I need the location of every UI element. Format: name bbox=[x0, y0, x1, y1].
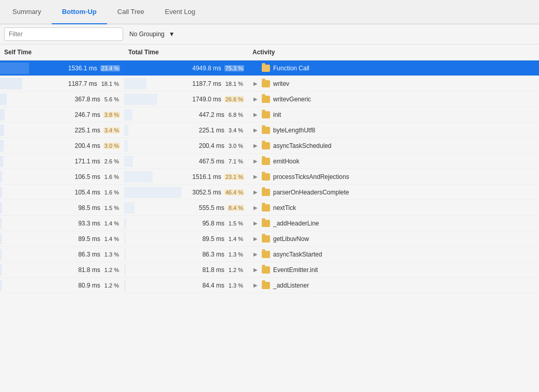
table-body: 1536.1 ms23.4 %4949.8 ms75.3 %Function C… bbox=[0, 61, 539, 392]
table-row[interactable]: 106.5 ms1.6 %1516.1 ms23.1 %▶processTick… bbox=[0, 169, 539, 185]
expand-icon[interactable]: ▶ bbox=[252, 143, 259, 148]
self-time-value: 89.5 ms bbox=[78, 235, 100, 243]
table-row[interactable]: 367.8 ms5.6 %1749.0 ms26.6 %▶writevGener… bbox=[0, 92, 539, 107]
activity-name: emitHook bbox=[273, 158, 300, 165]
table-row[interactable]: 89.5 ms1.4 %89.5 ms1.4 %▶getLibuvNow bbox=[0, 231, 539, 247]
self-time-cell: 93.3 ms1.4 % bbox=[0, 218, 124, 229]
activity-cell: ▶writev bbox=[248, 78, 539, 89]
col-header-self-time[interactable]: Self Time bbox=[0, 47, 124, 58]
expand-icon[interactable]: ▶ bbox=[252, 81, 259, 86]
table-row[interactable]: 171.1 ms2.6 %467.5 ms7.1 %▶emitHook bbox=[0, 154, 539, 169]
folder-icon bbox=[262, 173, 270, 180]
table-row[interactable]: 86.3 ms1.3 %86.3 ms1.3 %▶asyncTaskStarte… bbox=[0, 247, 539, 262]
self-time-cell: 105.4 ms1.6 % bbox=[0, 187, 124, 198]
self-time-percent: 1.6 % bbox=[103, 189, 120, 195]
total-time-cell: 1516.1 ms23.1 % bbox=[124, 171, 248, 183]
activity-cell: ▶_addHeaderLine bbox=[248, 218, 539, 229]
total-time-cell: 95.8 ms1.5 % bbox=[124, 218, 248, 229]
table-row[interactable]: 200.4 ms3.0 %200.4 ms3.0 %▶asyncTaskSche… bbox=[0, 138, 539, 154]
table-row[interactable]: 80.9 ms1.2 %84.4 ms1.3 %▶_addListener bbox=[0, 278, 539, 293]
table-row[interactable]: 93.3 ms1.4 %95.8 ms1.5 %▶_addHeaderLine bbox=[0, 216, 539, 231]
total-time-value: 467.5 ms bbox=[199, 158, 224, 165]
activity-name: byteLengthUtf8 bbox=[273, 127, 315, 134]
self-time-percent: 1.4 % bbox=[103, 220, 120, 227]
expand-icon[interactable]: ▶ bbox=[252, 112, 259, 117]
total-time-percent: 6.8 % bbox=[228, 112, 244, 118]
table-row[interactable]: 81.8 ms1.2 %81.8 ms1.2 %▶EventEmitter.in… bbox=[0, 262, 539, 278]
total-time-percent: 26.6 % bbox=[224, 96, 244, 102]
expand-icon[interactable]: ▶ bbox=[252, 251, 259, 257]
activity-cell: ▶EventEmitter.init bbox=[248, 264, 539, 276]
total-time-value: 81.8 ms bbox=[202, 266, 224, 274]
activity-cell: ▶parserOnHeadersComplete bbox=[248, 187, 539, 198]
table-row[interactable]: 98.5 ms1.5 %555.5 ms8.4 %▶nextTick bbox=[0, 200, 539, 216]
activity-name: nextTick bbox=[273, 204, 296, 212]
expand-icon[interactable]: ▶ bbox=[252, 236, 259, 242]
expand-icon[interactable]: ▶ bbox=[252, 220, 259, 226]
self-time-cell: 86.3 ms1.3 % bbox=[0, 249, 124, 260]
total-time-cell: 89.5 ms1.4 % bbox=[124, 233, 248, 245]
total-time-percent: 46.4 % bbox=[224, 189, 244, 195]
grouping-select[interactable]: No Grouping ▼ bbox=[129, 31, 175, 38]
activity-cell: ▶writevGeneric bbox=[248, 94, 539, 105]
total-time-cell: 3052.5 ms46.4 % bbox=[124, 187, 248, 198]
activity-name: getLibuvNow bbox=[273, 235, 309, 243]
expand-icon[interactable]: ▶ bbox=[252, 96, 259, 102]
total-time-value: 1749.0 ms bbox=[192, 96, 221, 103]
folder-icon bbox=[262, 204, 270, 212]
table-row[interactable]: 1536.1 ms23.4 %4949.8 ms75.3 %Function C… bbox=[0, 61, 539, 76]
table-row[interactable]: 225.1 ms3.4 %225.1 ms3.4 %▶byteLengthUtf… bbox=[0, 123, 539, 138]
self-time-cell: 1536.1 ms23.4 % bbox=[0, 63, 124, 74]
self-time-percent: 1.4 % bbox=[103, 236, 120, 242]
self-time-cell: 89.5 ms1.4 % bbox=[0, 233, 124, 245]
tab-summary[interactable]: Summary bbox=[2, 0, 52, 24]
self-time-value: 367.8 ms bbox=[75, 96, 100, 103]
folder-icon bbox=[262, 251, 270, 258]
activity-cell: ▶emitHook bbox=[248, 156, 539, 167]
tab-event-log[interactable]: Event Log bbox=[155, 0, 206, 24]
self-time-percent: 23.4 % bbox=[100, 65, 120, 71]
table-row[interactable]: 105.4 ms1.6 %3052.5 ms46.4 %▶parserOnHea… bbox=[0, 185, 539, 200]
expand-icon[interactable]: ▶ bbox=[252, 174, 259, 179]
filter-input[interactable] bbox=[4, 27, 123, 41]
self-time-percent: 18.1 % bbox=[100, 81, 120, 87]
activity-name: _addHeaderLine bbox=[273, 220, 319, 227]
total-time-cell: 555.5 ms8.4 % bbox=[124, 202, 248, 214]
self-time-cell: 1187.7 ms18.1 % bbox=[0, 78, 124, 89]
col-header-total-time[interactable]: Total Time bbox=[124, 47, 248, 58]
activity-name: _addListener bbox=[273, 282, 309, 289]
total-time-percent: 1.2 % bbox=[228, 267, 244, 273]
activity-name: parserOnHeadersComplete bbox=[273, 189, 349, 196]
total-time-value: 3052.5 ms bbox=[192, 189, 221, 196]
activity-cell: Function Call bbox=[248, 63, 539, 74]
self-time-value: 105.4 ms bbox=[75, 189, 100, 196]
activity-cell: ▶_addListener bbox=[248, 280, 539, 291]
tab-call-tree[interactable]: Call Tree bbox=[107, 0, 155, 24]
expand-icon[interactable]: ▶ bbox=[252, 282, 259, 288]
expand-icon[interactable]: ▶ bbox=[252, 267, 259, 273]
expand-icon[interactable]: ▶ bbox=[252, 158, 259, 164]
tab-bottom-up[interactable]: Bottom-Up bbox=[52, 0, 107, 24]
total-time-value: 1516.1 ms bbox=[192, 173, 221, 180]
self-time-cell: 171.1 ms2.6 % bbox=[0, 156, 124, 167]
self-time-value: 98.5 ms bbox=[78, 204, 100, 212]
total-time-value: 447.2 ms bbox=[199, 111, 224, 118]
tab-bar: Summary Bottom-Up Call Tree Event Log bbox=[0, 0, 539, 24]
expand-icon[interactable]: ▶ bbox=[252, 189, 259, 195]
folder-icon bbox=[262, 158, 270, 165]
folder-icon bbox=[262, 80, 270, 87]
self-time-value: 86.3 ms bbox=[78, 251, 100, 258]
total-time-percent: 23.1 % bbox=[224, 174, 244, 180]
expand-icon[interactable]: ▶ bbox=[252, 127, 259, 133]
folder-icon bbox=[262, 266, 270, 274]
expand-icon[interactable]: ▶ bbox=[252, 205, 259, 210]
self-time-cell: 246.7 ms3.8 % bbox=[0, 109, 124, 120]
table-row[interactable]: 1187.7 ms18.1 %1187.7 ms18.1 %▶writev bbox=[0, 76, 539, 92]
self-time-cell: 225.1 ms3.4 % bbox=[0, 125, 124, 136]
self-time-percent: 1.5 % bbox=[103, 205, 120, 211]
col-header-activity[interactable]: Activity bbox=[248, 47, 539, 58]
total-time-cell: 200.4 ms3.0 % bbox=[124, 140, 248, 152]
activity-cell: ▶asyncTaskStarted bbox=[248, 249, 539, 260]
self-time-cell: 200.4 ms3.0 % bbox=[0, 140, 124, 152]
table-row[interactable]: 246.7 ms3.8 %447.2 ms6.8 %▶init bbox=[0, 107, 539, 123]
